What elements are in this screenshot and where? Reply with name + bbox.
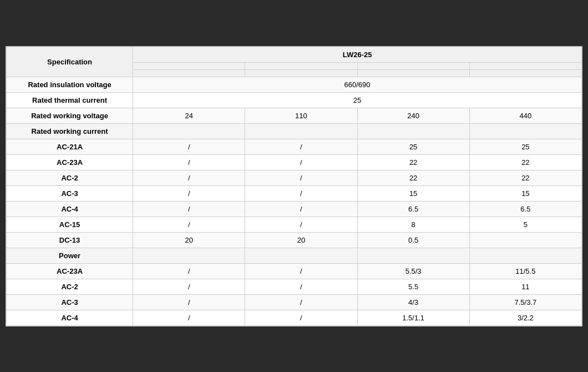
- cell-value: 22: [469, 154, 581, 170]
- cell-value: 22: [357, 170, 469, 185]
- cell-value: [245, 248, 357, 263]
- row-label: Rated thermal current: [7, 92, 133, 108]
- table-row: Rated insulation voltage660/690: [7, 77, 582, 92]
- table-row: AC-2//5.511: [7, 279, 582, 294]
- full-span-value: 660/690: [133, 77, 582, 92]
- row-label: AC-15: [7, 217, 133, 232]
- cell-value: 8: [357, 217, 469, 232]
- model-header-row: SpecificationLW26-25: [7, 47, 582, 62]
- cell-value: [469, 232, 581, 248]
- cell-value: /: [133, 185, 245, 201]
- cell-value: 4/3: [357, 294, 469, 310]
- specification-table: SpecificationLW26-25Rated insulation vol…: [6, 47, 582, 326]
- cell-value: 7.5/3.7: [469, 294, 581, 310]
- table-row: DC-1320200.5: [7, 232, 582, 248]
- cell-value: /: [133, 279, 245, 294]
- cell-value: 11: [469, 279, 581, 294]
- spec-header: Specification: [7, 47, 133, 77]
- cell-value: 15: [469, 185, 581, 201]
- cell-value: /: [245, 154, 357, 170]
- cell-value: 20: [245, 232, 357, 248]
- row-label: AC-2: [7, 170, 133, 185]
- cell-value: /: [133, 310, 245, 325]
- row-label: AC-23A: [7, 154, 133, 170]
- table-row: Rated thermal current25: [7, 92, 582, 108]
- cell-value: [357, 248, 469, 263]
- cell-value: /: [245, 310, 357, 325]
- row-label: DC-13: [7, 232, 133, 248]
- cell-value: /: [133, 294, 245, 310]
- row-label: Rated working voltage: [7, 108, 133, 123]
- row-label: AC-3: [7, 294, 133, 310]
- cell-value: [245, 123, 357, 139]
- cell-value: /: [133, 201, 245, 217]
- cell-value: [133, 248, 245, 263]
- cell-value: 15: [357, 185, 469, 201]
- cell-value: /: [245, 170, 357, 185]
- empty-cell: [245, 62, 357, 69]
- cell-value: /: [245, 279, 357, 294]
- cell-value: 0.5: [357, 232, 469, 248]
- cell-value: 22: [357, 154, 469, 170]
- cell-value: [133, 123, 245, 139]
- cell-value: /: [245, 294, 357, 310]
- cell-value: 1.5/1.1: [357, 310, 469, 325]
- table-row: AC-4//1.5/1.13/2.2: [7, 310, 582, 325]
- cell-value: [469, 123, 581, 139]
- cell-value: /: [133, 217, 245, 232]
- row-label: AC-23A: [7, 263, 133, 279]
- cell-value: 5: [469, 217, 581, 232]
- cell-value: 25: [357, 139, 469, 154]
- empty-cell: [469, 62, 581, 69]
- cell-value: /: [245, 201, 357, 217]
- cell-value: 25: [469, 139, 581, 154]
- cell-value: /: [245, 185, 357, 201]
- table-row: AC-23A//5.5/311/5.5: [7, 263, 582, 279]
- empty-cell: [357, 62, 469, 69]
- row-label: AC-4: [7, 201, 133, 217]
- empty-cell: [357, 69, 469, 77]
- model-name: LW26-25: [133, 47, 582, 62]
- cell-value: 6.5: [357, 201, 469, 217]
- row-label: Power: [7, 248, 133, 263]
- cell-value: /: [133, 154, 245, 170]
- cell-value: 11/5.5: [469, 263, 581, 279]
- cell-value: 5.5/3: [357, 263, 469, 279]
- cell-value: /: [245, 263, 357, 279]
- empty-cell: [469, 69, 581, 77]
- cell-value: 110: [245, 108, 357, 123]
- table-row: AC-23A//2222: [7, 154, 582, 170]
- row-label: Rated working current: [7, 123, 133, 139]
- cell-value: 6.5: [469, 201, 581, 217]
- cell-value: 240: [357, 108, 469, 123]
- row-label: AC-3: [7, 185, 133, 201]
- cell-value: 440: [469, 108, 581, 123]
- table-row: AC-4//6.56.5: [7, 201, 582, 217]
- cell-value: 5.5: [357, 279, 469, 294]
- table-row: Power: [7, 248, 582, 263]
- table-row: AC-2//2222: [7, 170, 582, 185]
- cell-value: /: [245, 139, 357, 154]
- table-row: AC-21A//2525: [7, 139, 582, 154]
- table-row: AC-3//1515: [7, 185, 582, 201]
- table-row: AC-15//85: [7, 217, 582, 232]
- empty-cell: [133, 69, 245, 77]
- cell-value: 3/2.2: [469, 310, 581, 325]
- cell-value: 24: [133, 108, 245, 123]
- table-row: Rated working current: [7, 123, 582, 139]
- cell-value: /: [133, 170, 245, 185]
- cell-value: /: [133, 263, 245, 279]
- cell-value: /: [133, 139, 245, 154]
- full-span-value: 25: [133, 92, 582, 108]
- table-row: AC-3//4/37.5/3.7: [7, 294, 582, 310]
- cell-value: 20: [133, 232, 245, 248]
- empty-cell: [245, 69, 357, 77]
- cell-value: [469, 248, 581, 263]
- row-label: AC-4: [7, 310, 133, 325]
- row-label: Rated insulation voltage: [7, 77, 133, 92]
- cell-value: /: [245, 217, 357, 232]
- empty-cell: [133, 62, 245, 69]
- cell-value: 22: [469, 170, 581, 185]
- table-row: Rated working voltage24110240440: [7, 108, 582, 123]
- cell-value: [357, 123, 469, 139]
